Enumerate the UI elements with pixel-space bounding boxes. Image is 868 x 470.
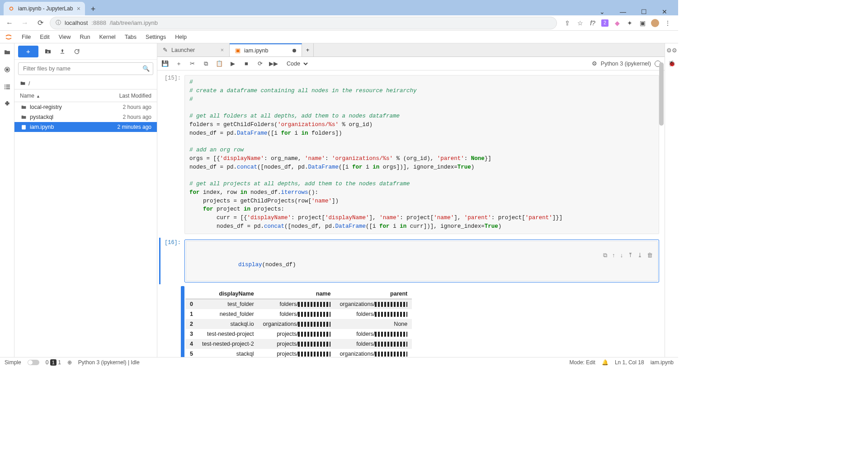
stop-icon[interactable]: ■ xyxy=(242,60,250,68)
table-header: name xyxy=(259,289,335,299)
insert-below-icon[interactable]: ⤓ xyxy=(637,251,642,260)
filter-row: 🔍 xyxy=(14,60,157,78)
menu-tabs[interactable]: Tabs xyxy=(120,32,141,42)
menu-help[interactable]: Help xyxy=(170,32,191,42)
add-cell-icon[interactable]: ＋ xyxy=(175,60,183,68)
ext-purple-icon[interactable]: 2 xyxy=(601,19,609,27)
share-icon[interactable]: ⇪ xyxy=(563,19,571,27)
new-tab-button[interactable]: + xyxy=(87,3,99,15)
filter-files-input[interactable] xyxy=(18,62,153,75)
reload-icon[interactable]: ⟳ xyxy=(34,17,46,29)
scrollbar-thumb[interactable] xyxy=(659,62,664,126)
close-icon[interactable]: × xyxy=(77,5,80,12)
run-icon[interactable]: ▶ xyxy=(229,60,237,68)
profile-avatar[interactable] xyxy=(651,19,659,27)
extension-icons: ⇪ ☆ f? 2 ◆ ✦ ▣ ⋮ xyxy=(561,19,675,27)
extension-manager-icon[interactable] xyxy=(2,99,13,109)
notification-bell-icon[interactable]: 🔔 xyxy=(602,359,609,366)
redacted-id xyxy=(298,352,330,357)
new-folder-icon[interactable] xyxy=(43,47,53,56)
tabs-icon[interactable]: ▣ xyxy=(638,19,646,27)
back-icon[interactable]: ← xyxy=(4,17,15,29)
delete-cell-icon[interactable]: 🗑 xyxy=(647,251,653,260)
kernel-busy-icon: ⚙ xyxy=(592,60,597,67)
folder-icon xyxy=(20,114,27,120)
kebab-menu-icon[interactable]: ⋮ xyxy=(664,19,672,27)
menu-edit[interactable]: Edit xyxy=(35,32,54,42)
file-row[interactable]: iam.ipynb2 minutes ago xyxy=(14,122,157,132)
new-launcher-button[interactable]: + xyxy=(18,46,38,57)
tab-launcher[interactable]: ✎ Launcher × xyxy=(157,43,230,56)
move-down-icon[interactable]: ↓ xyxy=(620,251,623,260)
move-up-icon[interactable]: ↑ xyxy=(612,251,615,260)
folder-icon[interactable] xyxy=(2,47,13,58)
code-content[interactable]: # # create a dataframe containing all no… xyxy=(184,75,659,234)
kernel-sessions-icon[interactable]: ⊕ xyxy=(67,359,72,366)
notebook-body: [15]: # # create a dataframe containing … xyxy=(157,70,665,357)
menu-view[interactable]: View xyxy=(54,32,75,42)
minimize-icon[interactable]: — xyxy=(617,8,629,15)
code-cell-active[interactable]: [16]: ⧉ ↑ ↓ ⤒ ⤓ 🗑 display( xyxy=(159,238,659,284)
menu-file[interactable]: File xyxy=(17,32,35,42)
run-all-icon[interactable]: ▶▶ xyxy=(269,60,278,68)
toc-icon[interactable] xyxy=(2,81,13,92)
site-info-icon[interactable]: ⓘ xyxy=(56,19,61,27)
ext-pink-icon[interactable]: ◆ xyxy=(613,19,621,27)
insert-above-icon[interactable]: ⤒ xyxy=(628,251,633,260)
svg-rect-4 xyxy=(6,85,10,85)
file-row[interactable]: pystackql2 hours ago xyxy=(14,112,157,122)
table-header xyxy=(185,289,198,299)
redacted-id xyxy=(298,322,330,327)
cell-displayname: test_folder xyxy=(198,299,259,309)
kernel-status[interactable]: ⚙ Python 3 (ipykernel) xyxy=(592,60,661,67)
property-inspector-icon[interactable]: ⚙⚙ xyxy=(666,47,677,54)
paste-icon[interactable]: 📋 xyxy=(215,60,223,68)
terminals-count[interactable]: 0 1 1 xyxy=(46,359,61,366)
table-row: 2stackql.ioorganizations/None xyxy=(185,319,412,329)
file-name: local-registry xyxy=(30,104,106,110)
tab-notebook[interactable]: ▣ iam.ipynb xyxy=(230,43,302,56)
bookmark-icon[interactable]: ☆ xyxy=(576,19,584,27)
running-icon[interactable] xyxy=(2,64,13,75)
maximize-icon[interactable]: ☐ xyxy=(637,8,650,15)
cell-parent: folders/ xyxy=(335,309,412,319)
puzzle-icon[interactable]: ✦ xyxy=(626,19,634,27)
save-icon[interactable]: 💾 xyxy=(161,60,169,68)
simple-toggle[interactable] xyxy=(28,360,39,365)
copy-icon[interactable]: ⧉ xyxy=(202,60,210,68)
svg-rect-10 xyxy=(22,125,26,129)
url-bar[interactable]: ⓘ localhost:8888/lab/tree/iam.ipynb xyxy=(50,17,557,29)
chevron-down-icon[interactable]: ⌄ xyxy=(596,8,609,15)
debug-icon[interactable]: 🐞 xyxy=(668,60,675,67)
close-icon[interactable]: × xyxy=(221,47,224,53)
refresh-icon[interactable] xyxy=(72,47,82,56)
status-bar: Simple 0 1 1 ⊕ Python 3 (ipykernel) | Id… xyxy=(0,357,678,367)
duplicate-cell-icon[interactable]: ⧉ xyxy=(603,251,607,260)
file-list-header: Name▲ Last Modified xyxy=(14,89,157,102)
restart-icon[interactable]: ⟳ xyxy=(256,60,264,68)
col-modified-header[interactable]: Last Modified xyxy=(106,93,151,99)
code-cell[interactable]: [15]: # # create a dataframe containing … xyxy=(159,73,659,236)
svg-rect-9 xyxy=(61,53,64,53)
notebook-icon xyxy=(20,124,27,130)
table-row: 4test-nested-project-2projects/folders/ xyxy=(185,339,412,349)
status-kernel[interactable]: Python 3 (ipykernel) | Idle xyxy=(78,359,140,366)
svg-point-0 xyxy=(10,7,13,10)
svg-rect-6 xyxy=(6,86,10,87)
forward-icon[interactable]: → xyxy=(19,17,31,29)
breadcrumb[interactable]: / xyxy=(14,78,157,89)
col-name-header[interactable]: Name▲ xyxy=(20,93,106,99)
upload-icon[interactable] xyxy=(57,47,67,56)
menu-run[interactable]: Run xyxy=(75,32,95,42)
code-content[interactable]: display(nodes_df) xyxy=(238,262,296,268)
file-row[interactable]: local-registry2 hours ago xyxy=(14,102,157,112)
browser-tab-active[interactable]: iam.ipynb - JupyterLab × xyxy=(4,2,85,15)
f-extension-icon[interactable]: f? xyxy=(589,19,597,27)
close-window-icon[interactable]: ✕ xyxy=(658,8,671,15)
cut-icon[interactable]: ✂ xyxy=(188,60,196,68)
menu-kernel[interactable]: Kernel xyxy=(95,32,120,42)
menu-settings[interactable]: Settings xyxy=(141,32,170,42)
add-tab-button[interactable]: + xyxy=(302,43,314,56)
redacted-id xyxy=(298,332,330,337)
cell-type-select[interactable]: Code xyxy=(283,59,309,68)
